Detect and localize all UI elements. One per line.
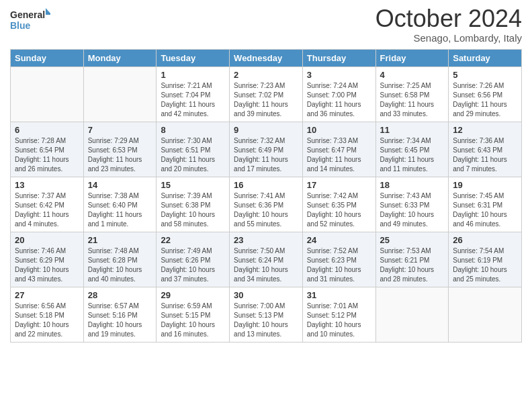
- day-info: Sunrise: 7:39 AMSunset: 6:38 PMDaylight:…: [161, 191, 225, 229]
- week-row-3: 20 Sunrise: 7:46 AMSunset: 6:29 PMDaylig…: [11, 232, 522, 287]
- cell-3-0: 20 Sunrise: 7:46 AMSunset: 6:29 PMDaylig…: [11, 232, 84, 287]
- day-number: 26: [453, 235, 517, 245]
- day-number: 17: [307, 180, 371, 190]
- day-number: 14: [88, 180, 152, 190]
- day-info: Sunrise: 7:01 AMSunset: 5:12 PMDaylight:…: [307, 302, 371, 339]
- col-tuesday: Tuesday: [157, 50, 230, 67]
- day-info: Sunrise: 7:29 AMSunset: 6:53 PMDaylight:…: [88, 136, 152, 174]
- cell-4-5: [375, 287, 449, 342]
- header-row: Sunday Monday Tuesday Wednesday Thursday…: [11, 50, 522, 67]
- cell-2-0: 13 Sunrise: 7:37 AMSunset: 6:42 PMDaylig…: [11, 177, 84, 232]
- day-info: Sunrise: 6:57 AMSunset: 5:16 PMDaylight:…: [88, 302, 152, 339]
- month-title: October 2024: [375, 7, 522, 31]
- day-number: 31: [307, 290, 371, 300]
- day-info: Sunrise: 7:30 AMSunset: 6:51 PMDaylight:…: [161, 136, 225, 174]
- cell-0-5: 4 Sunrise: 7:25 AMSunset: 6:58 PMDayligh…: [375, 67, 449, 122]
- day-info: Sunrise: 7:45 AMSunset: 6:31 PMDaylight:…: [453, 191, 517, 229]
- day-number: 3: [307, 70, 371, 80]
- calendar-table: Sunday Monday Tuesday Wednesday Thursday…: [10, 49, 522, 342]
- day-number: 13: [15, 180, 79, 190]
- cell-3-2: 22 Sunrise: 7:49 AMSunset: 6:26 PMDaylig…: [157, 232, 230, 287]
- cell-2-5: 18 Sunrise: 7:43 AMSunset: 6:33 PMDaylig…: [375, 177, 449, 232]
- day-info: Sunrise: 7:26 AMSunset: 6:56 PMDaylight:…: [453, 81, 517, 119]
- day-number: 4: [380, 70, 445, 80]
- cell-4-3: 30 Sunrise: 7:00 AMSunset: 5:13 PMDaylig…: [230, 287, 303, 342]
- cell-3-4: 24 Sunrise: 7:52 AMSunset: 6:23 PMDaylig…: [302, 232, 375, 287]
- cell-2-6: 19 Sunrise: 7:45 AMSunset: 6:31 PMDaylig…: [449, 177, 522, 232]
- week-row-4: 27 Sunrise: 6:56 AMSunset: 5:18 PMDaylig…: [11, 287, 522, 342]
- cell-3-6: 26 Sunrise: 7:54 AMSunset: 6:19 PMDaylig…: [449, 232, 522, 287]
- col-wednesday: Wednesday: [230, 50, 303, 67]
- day-info: Sunrise: 6:56 AMSunset: 5:18 PMDaylight:…: [15, 302, 79, 339]
- cell-0-0: [11, 67, 84, 122]
- day-info: Sunrise: 7:32 AMSunset: 6:49 PMDaylight:…: [234, 136, 298, 174]
- cell-1-2: 8 Sunrise: 7:30 AMSunset: 6:51 PMDayligh…: [157, 122, 230, 177]
- day-number: 28: [88, 290, 152, 300]
- day-number: 22: [161, 235, 225, 245]
- cell-0-4: 3 Sunrise: 7:24 AMSunset: 7:00 PMDayligh…: [302, 67, 375, 122]
- day-info: Sunrise: 7:28 AMSunset: 6:54 PMDaylight:…: [15, 136, 79, 174]
- day-number: 25: [380, 235, 445, 245]
- day-info: Sunrise: 7:52 AMSunset: 6:23 PMDaylight:…: [307, 246, 371, 284]
- day-info: Sunrise: 7:24 AMSunset: 7:00 PMDaylight:…: [307, 81, 371, 119]
- cell-4-6: [449, 287, 522, 342]
- day-info: Sunrise: 7:46 AMSunset: 6:29 PMDaylight:…: [15, 246, 79, 284]
- col-sunday: Sunday: [11, 50, 84, 67]
- day-info: Sunrise: 7:41 AMSunset: 6:36 PMDaylight:…: [234, 191, 298, 229]
- cell-1-4: 10 Sunrise: 7:33 AMSunset: 6:47 PMDaylig…: [302, 122, 375, 177]
- cell-2-3: 16 Sunrise: 7:41 AMSunset: 6:36 PMDaylig…: [230, 177, 303, 232]
- cell-3-5: 25 Sunrise: 7:53 AMSunset: 6:21 PMDaylig…: [375, 232, 449, 287]
- day-number: 6: [15, 125, 79, 135]
- cell-4-1: 28 Sunrise: 6:57 AMSunset: 5:16 PMDaylig…: [83, 287, 157, 342]
- day-number: 20: [15, 235, 79, 245]
- day-info: Sunrise: 7:43 AMSunset: 6:33 PMDaylight:…: [380, 191, 445, 229]
- day-info: Sunrise: 7:00 AMSunset: 5:13 PMDaylight:…: [234, 302, 298, 339]
- day-number: 8: [161, 125, 225, 135]
- svg-marker-1: [46, 8, 50, 15]
- day-info: Sunrise: 7:21 AMSunset: 7:04 PMDaylight:…: [161, 81, 225, 119]
- day-number: 16: [234, 180, 298, 190]
- day-info: Sunrise: 7:37 AMSunset: 6:42 PMDaylight:…: [15, 191, 79, 229]
- day-number: 18: [380, 180, 445, 190]
- day-number: 21: [88, 235, 152, 245]
- day-number: 27: [15, 290, 79, 300]
- day-number: 9: [234, 125, 298, 135]
- day-info: Sunrise: 7:50 AMSunset: 6:24 PMDaylight:…: [234, 246, 298, 284]
- day-info: Sunrise: 7:34 AMSunset: 6:45 PMDaylight:…: [380, 136, 445, 174]
- cell-4-0: 27 Sunrise: 6:56 AMSunset: 5:18 PMDaylig…: [11, 287, 84, 342]
- week-row-1: 6 Sunrise: 7:28 AMSunset: 6:54 PMDayligh…: [11, 122, 522, 177]
- logo: General Blue: [10, 7, 50, 34]
- title-section: October 2024 Senago, Lombardy, Italy: [375, 7, 522, 44]
- cell-1-1: 7 Sunrise: 7:29 AMSunset: 6:53 PMDayligh…: [83, 122, 157, 177]
- cell-2-2: 15 Sunrise: 7:39 AMSunset: 6:38 PMDaylig…: [157, 177, 230, 232]
- cell-4-2: 29 Sunrise: 6:59 AMSunset: 5:15 PMDaylig…: [157, 287, 230, 342]
- day-info: Sunrise: 7:33 AMSunset: 6:47 PMDaylight:…: [307, 136, 371, 174]
- svg-text:Blue: Blue: [10, 20, 31, 31]
- cell-1-6: 12 Sunrise: 7:36 AMSunset: 6:43 PMDaylig…: [449, 122, 522, 177]
- week-row-2: 13 Sunrise: 7:37 AMSunset: 6:42 PMDaylig…: [11, 177, 522, 232]
- day-number: 11: [380, 125, 445, 135]
- cell-0-6: 5 Sunrise: 7:26 AMSunset: 6:56 PMDayligh…: [449, 67, 522, 122]
- day-number: 24: [307, 235, 371, 245]
- day-number: 10: [307, 125, 371, 135]
- cell-0-1: [83, 67, 157, 122]
- day-info: Sunrise: 7:49 AMSunset: 6:26 PMDaylight:…: [161, 246, 225, 284]
- day-info: Sunrise: 7:25 AMSunset: 6:58 PMDaylight:…: [380, 81, 445, 119]
- cell-1-0: 6 Sunrise: 7:28 AMSunset: 6:54 PMDayligh…: [11, 122, 84, 177]
- col-saturday: Saturday: [449, 50, 522, 67]
- day-info: Sunrise: 6:59 AMSunset: 5:15 PMDaylight:…: [161, 302, 225, 339]
- day-info: Sunrise: 7:23 AMSunset: 7:02 PMDaylight:…: [234, 81, 298, 119]
- page-header: General Blue October 2024 Senago, Lombar…: [10, 7, 522, 44]
- day-info: Sunrise: 7:48 AMSunset: 6:28 PMDaylight:…: [88, 246, 152, 284]
- cell-4-4: 31 Sunrise: 7:01 AMSunset: 5:12 PMDaylig…: [302, 287, 375, 342]
- col-monday: Monday: [83, 50, 157, 67]
- day-number: 30: [234, 290, 298, 300]
- cell-0-3: 2 Sunrise: 7:23 AMSunset: 7:02 PMDayligh…: [230, 67, 303, 122]
- day-info: Sunrise: 7:42 AMSunset: 6:35 PMDaylight:…: [307, 191, 371, 229]
- cell-2-1: 14 Sunrise: 7:38 AMSunset: 6:40 PMDaylig…: [83, 177, 157, 232]
- day-number: 15: [161, 180, 225, 190]
- day-number: 19: [453, 180, 517, 190]
- day-number: 2: [234, 70, 298, 80]
- cell-1-3: 9 Sunrise: 7:32 AMSunset: 6:49 PMDayligh…: [230, 122, 303, 177]
- cell-1-5: 11 Sunrise: 7:34 AMSunset: 6:45 PMDaylig…: [375, 122, 449, 177]
